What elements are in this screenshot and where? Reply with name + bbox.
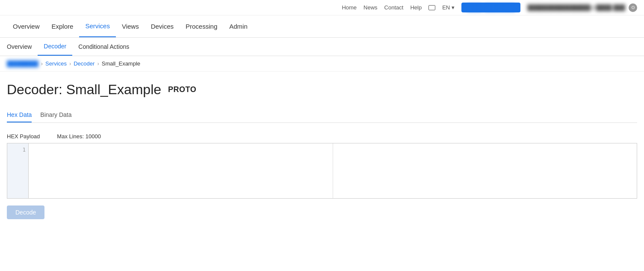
proto-badge: PROTO — [168, 85, 196, 94]
breadcrumb-decoder[interactable]: Decoder — [74, 60, 95, 67]
avatar[interactable]: ⊙ — [629, 3, 637, 12]
editor-container: 1 — [7, 143, 637, 199]
user-button[interactable]: ████ ████████ — [461, 3, 520, 12]
nav-devices[interactable]: Devices — [145, 16, 180, 37]
subnav-conditional-actions[interactable]: Conditional Actions — [72, 38, 135, 55]
payload-label: HEX Payload — [7, 133, 40, 140]
breadcrumb-services[interactable]: Services — [45, 60, 67, 67]
page-content: Decoder: Small_Example PROTO Hex Data Bi… — [0, 71, 644, 219]
breadcrumb-sep-1: › — [41, 60, 43, 67]
top-bar: Home News Contact Help EN ▾ ████ ███████… — [0, 0, 644, 15]
editor-right-panel — [333, 143, 637, 198]
subnav-overview[interactable]: Overview — [7, 38, 38, 55]
page-title-section: Decoder: Small_Example PROTO — [7, 82, 637, 98]
nav-processing[interactable]: Processing — [180, 16, 223, 37]
editor-input-area — [29, 143, 637, 198]
nav-services[interactable]: Services — [79, 15, 116, 37]
hex-output-area — [333, 143, 637, 198]
user-btn-label: ████ ████████ — [467, 4, 515, 11]
page-title: Decoder: Small_Example — [7, 82, 161, 98]
breadcrumb-sep-2: › — [69, 60, 71, 67]
chevron-down-icon: ▾ — [452, 4, 455, 11]
line-numbers: 1 — [7, 143, 29, 198]
account-section: ████████████████@████.███ ⊙ — [527, 3, 637, 12]
nav-views[interactable]: Views — [116, 16, 145, 37]
lang-label: EN — [442, 4, 450, 11]
news-link[interactable]: News — [363, 4, 378, 11]
nav-explore[interactable]: Explore — [46, 16, 80, 37]
subnav-decoder[interactable]: Decoder — [38, 38, 72, 56]
breadcrumb-home-label: ████████ — [7, 60, 38, 67]
breadcrumb-current: Small_Example — [102, 60, 140, 67]
main-nav: Overview Explore Services Views Devices … — [0, 15, 644, 38]
line-number-1: 1 — [10, 147, 26, 153]
editor-left-panel — [29, 143, 333, 198]
lang-selector[interactable]: EN ▾ — [442, 4, 455, 11]
data-tabs: Hex Data Binary Data — [7, 108, 637, 123]
breadcrumb-sep-3: › — [97, 60, 99, 67]
nav-overview[interactable]: Overview — [7, 16, 46, 37]
screen-icon — [428, 5, 435, 10]
tab-hex-data[interactable]: Hex Data — [7, 108, 32, 122]
breadcrumb: ████████ › Services › Decoder › Small_Ex… — [0, 56, 644, 71]
editor-section: HEX Payload Max Lines: 10000 1 — [7, 130, 637, 199]
user-email: ████████████████@████.███ — [527, 4, 625, 11]
decode-button[interactable]: Decode — [7, 205, 44, 219]
nav-admin[interactable]: Admin — [223, 16, 254, 37]
contact-link[interactable]: Contact — [384, 4, 404, 11]
tab-binary-data[interactable]: Binary Data — [40, 108, 71, 122]
hex-payload-input[interactable] — [29, 143, 333, 198]
max-lines-label: Max Lines: 10000 — [57, 133, 101, 140]
editor-meta: HEX Payload Max Lines: 10000 — [7, 130, 637, 143]
help-link[interactable]: Help — [410, 4, 422, 11]
home-link[interactable]: Home — [342, 4, 357, 11]
sub-nav: Overview Decoder Conditional Actions — [0, 38, 644, 56]
breadcrumb-home[interactable]: ████████ — [7, 60, 38, 67]
